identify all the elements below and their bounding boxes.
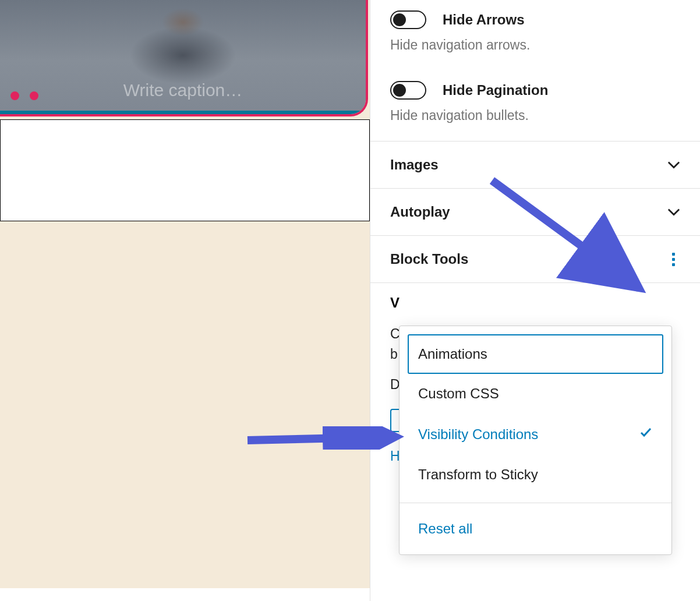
annotation-arrow <box>245 426 413 450</box>
dropdown-reset-all[interactable]: Reset all <box>400 503 671 554</box>
block-tools-dropdown: Animations Custom CSS Visibility Conditi… <box>399 326 672 555</box>
toggle-hide-pagination[interactable] <box>390 81 426 100</box>
check-icon <box>639 425 653 443</box>
pagination-dot[interactable] <box>10 91 19 100</box>
panel-title: Images <box>390 157 439 173</box>
dropdown-item-visibility-conditions[interactable]: Visibility Conditions <box>408 413 663 455</box>
editor-canvas: Write caption… <box>0 0 370 588</box>
toggle-description: Hide navigation bullets. <box>390 108 680 123</box>
caption-input[interactable]: Write caption… <box>0 80 366 100</box>
toggle-label: Hide Pagination <box>443 82 548 98</box>
toggle-label: Hide Arrows <box>443 12 524 28</box>
panel-title: Block Tools <box>390 251 468 267</box>
slide-pagination <box>10 91 38 100</box>
slide-inner: Write caption… <box>0 0 366 114</box>
dropdown-item-label: Transform to Sticky <box>418 466 538 483</box>
setting-hide-pagination: Hide Pagination Hide navigation bullets. <box>370 63 700 141</box>
dropdown-item-label: Custom CSS <box>418 386 499 402</box>
kebab-menu-icon[interactable] <box>666 252 680 266</box>
pagination-dot[interactable] <box>30 91 38 100</box>
dropdown-item-label: Animations <box>418 346 487 362</box>
slide-block[interactable]: Write caption… <box>0 0 368 116</box>
chevron-down-icon <box>667 158 680 171</box>
dropdown-item-transform-sticky[interactable]: Transform to Sticky <box>408 455 663 494</box>
toggle-hide-arrows[interactable] <box>390 10 426 29</box>
dropdown-item-custom-css[interactable]: Custom CSS <box>408 374 663 413</box>
chevron-down-icon <box>667 206 680 218</box>
text-block[interactable] <box>0 119 370 221</box>
svg-line-1 <box>248 437 396 440</box>
panel-title: Autoplay <box>390 204 450 220</box>
dropdown-item-animations[interactable]: Animations <box>408 334 663 374</box>
annotation-arrow <box>489 175 658 309</box>
toggle-knob <box>393 13 406 26</box>
toggle-description: Hide navigation arrows. <box>390 37 680 53</box>
dropdown-item-label: Visibility Conditions <box>418 426 538 443</box>
setting-hide-arrows: Hide Arrows Hide navigation arrows. <box>370 0 700 63</box>
toggle-knob <box>393 84 406 97</box>
svg-line-0 <box>492 181 639 288</box>
